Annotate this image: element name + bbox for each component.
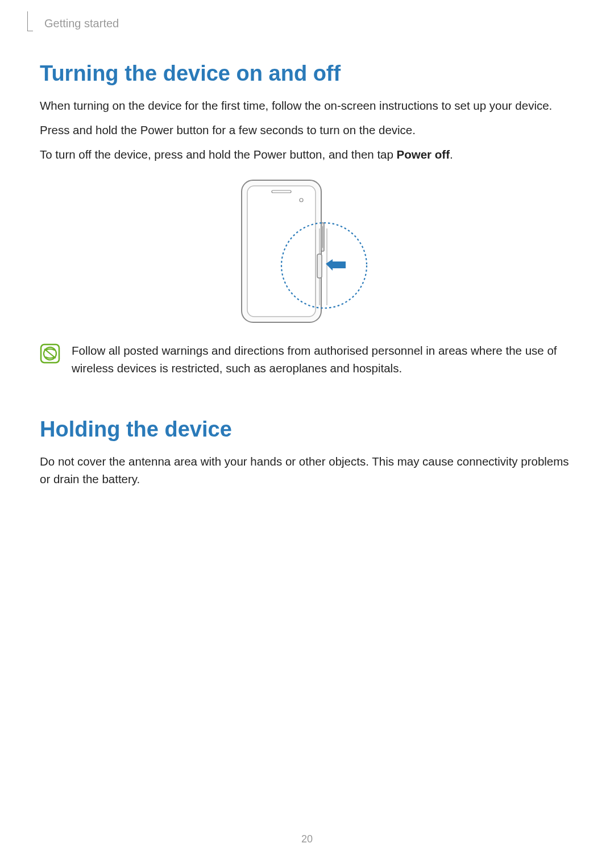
paragraph: Do not cover the antenna area with your … [40, 453, 574, 488]
breadcrumb: Getting started [44, 17, 574, 30]
phone-power-button-illustration [227, 177, 387, 325]
svg-rect-1 [247, 186, 316, 317]
section-title-turning-on: Turning the device on and off [40, 61, 574, 86]
note-text: Follow all posted warnings and direction… [72, 342, 574, 377]
section-title-holding: Holding the device [40, 417, 574, 442]
note-block: Follow all posted warnings and direction… [40, 342, 574, 377]
text-bold: Power off [397, 148, 450, 161]
text: To turn off the device, press and hold t… [40, 148, 397, 161]
note-icon [40, 343, 60, 364]
document-page: Getting started Turning the device on an… [0, 0, 614, 868]
page-number: 20 [301, 833, 313, 845]
paragraph: When turning on the device for the first… [40, 97, 574, 115]
svg-rect-10 [317, 254, 322, 278]
paragraph: To turn off the device, press and hold t… [40, 146, 574, 164]
arrow-left-icon [326, 259, 346, 271]
paragraph: Press and hold the Power button for a fe… [40, 122, 574, 139]
corner-mark [27, 11, 33, 31]
text: . [450, 148, 453, 161]
device-figure [40, 177, 574, 325]
svg-marker-11 [326, 259, 346, 271]
